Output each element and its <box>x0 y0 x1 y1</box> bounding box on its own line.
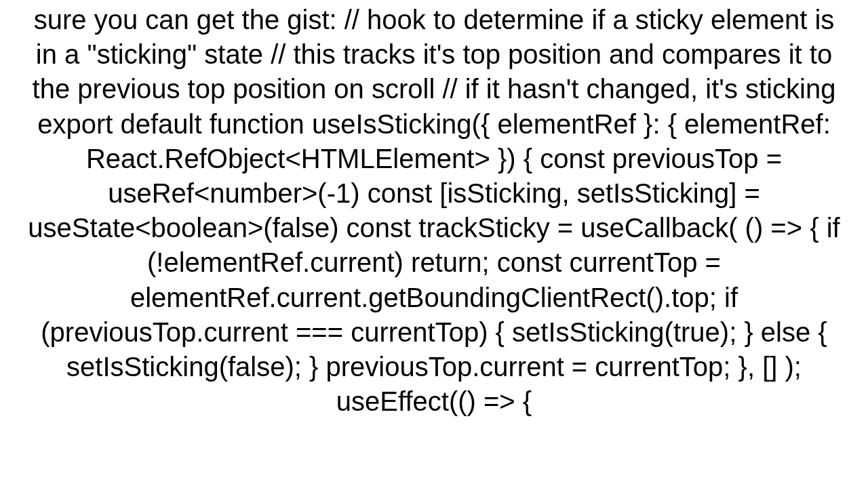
body-text: sure you can get the gist: // hook to de… <box>20 3 848 419</box>
content-container: sure you can get the gist: // hook to de… <box>14 0 854 419</box>
